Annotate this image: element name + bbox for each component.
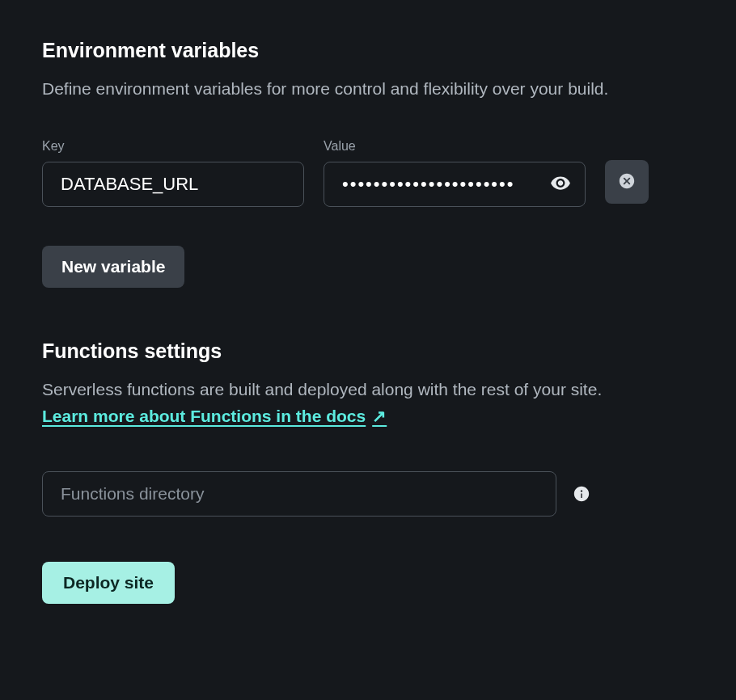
environment-variables-section: Environment variables Define environment… bbox=[42, 39, 694, 288]
key-input[interactable] bbox=[42, 162, 304, 207]
close-circle-icon bbox=[618, 172, 636, 192]
external-link-icon: ↗ bbox=[372, 407, 387, 426]
env-variable-row: Key Value bbox=[42, 139, 694, 207]
key-field-group: Key bbox=[42, 139, 304, 207]
functions-description-wrap: Serverless functions are built and deplo… bbox=[42, 377, 694, 425]
functions-docs-link[interactable]: Learn more about Functions in the docs ↗ bbox=[42, 407, 387, 426]
functions-directory-row bbox=[42, 471, 694, 517]
functions-directory-input[interactable] bbox=[42, 471, 556, 517]
env-description: Define environment variables for more co… bbox=[42, 77, 694, 100]
value-label: Value bbox=[324, 139, 586, 154]
functions-title: Functions settings bbox=[42, 339, 694, 363]
remove-variable-button[interactable] bbox=[605, 160, 649, 204]
new-variable-button[interactable]: New variable bbox=[42, 246, 184, 288]
value-field-group: Value bbox=[324, 139, 586, 207]
functions-docs-link-text: Learn more about Functions in the docs bbox=[42, 407, 366, 426]
env-title: Environment variables bbox=[42, 39, 694, 62]
functions-description: Serverless functions are built and deplo… bbox=[42, 377, 694, 401]
value-input-wrapper bbox=[324, 162, 586, 207]
info-icon[interactable] bbox=[573, 485, 590, 503]
functions-settings-section: Functions settings Serverless functions … bbox=[42, 339, 694, 603]
deploy-site-button[interactable]: Deploy site bbox=[42, 562, 175, 604]
eye-icon bbox=[550, 173, 571, 196]
key-label: Key bbox=[42, 139, 304, 154]
reveal-value-button[interactable] bbox=[547, 170, 574, 200]
